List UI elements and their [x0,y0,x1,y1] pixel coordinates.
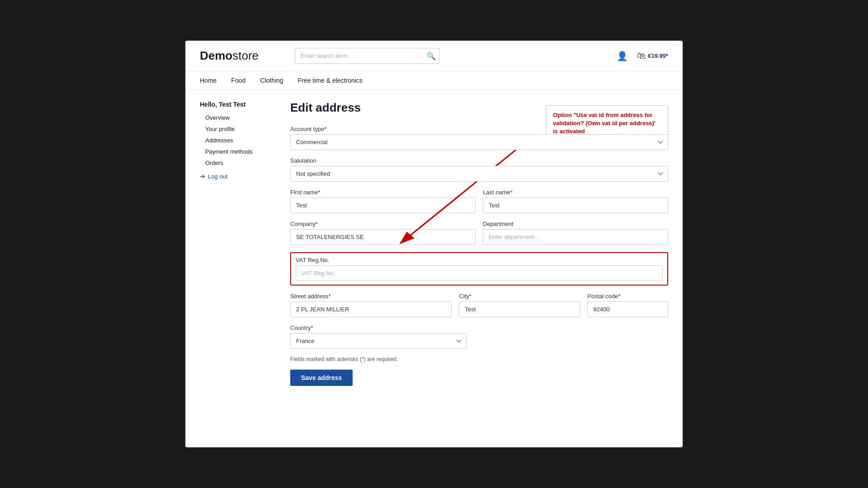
nav-item-clothing[interactable]: Clothing [260,77,283,84]
postal-input[interactable] [587,301,668,317]
vat-input[interactable] [296,265,663,281]
first-name-group: First name* [290,189,476,213]
logout-label: Log out [208,173,227,180]
department-label: Department [483,221,668,227]
country-select[interactable]: France Germany Spain Italy [290,333,467,349]
account-icon[interactable]: 👤 [617,51,628,61]
vat-label: VAT Reg.No. [296,257,663,263]
street-group: Street address* [290,293,452,317]
cart-price: €19.99* [648,52,668,59]
account-type-select-wrapper: Commercial Private [290,134,668,150]
country-select-wrapper: France Germany Spain Italy [290,333,467,349]
search-button[interactable]: 🔍 [427,52,436,60]
nav-item-food[interactable]: Food [231,77,245,84]
sidebar-link-addresses[interactable]: Addresses [200,136,272,145]
sidebar: Hello, Test Test Overview Your profile A… [200,101,272,386]
browser-chrome: Demostore 🔍 👤 🛍 €19.99* Home Food Clothi… [185,41,683,447]
company-input[interactable] [290,229,476,245]
vat-field-wrapper: VAT Reg.No. [290,252,668,286]
name-row: First name* Last name* [290,189,668,221]
sidebar-link-overview[interactable]: Overview [200,113,272,122]
first-name-label: First name* [290,189,476,196]
last-name-group: Last name* [483,189,668,213]
nav-item-electronics[interactable]: Free time & electronics [298,77,363,84]
sidebar-item-overview[interactable]: Overview [200,113,272,122]
cart-button[interactable]: 🛍 €19.99* [637,51,668,61]
sidebar-link-profile[interactable]: Your profile [200,125,272,133]
department-input[interactable] [483,229,668,245]
street-input[interactable] [290,301,452,317]
city-input[interactable] [459,301,580,317]
sidebar-item-payment[interactable]: Payment methods [200,147,272,156]
company-label: Company* [290,221,476,227]
department-group: Department [483,221,668,245]
first-name-input[interactable] [290,197,476,213]
postal-label: Postal code* [587,293,668,300]
logout-button[interactable]: ➔ Log out [200,173,272,180]
logo-bold: Demo [200,49,232,62]
sidebar-link-orders[interactable]: Orders [200,159,272,167]
city-label: City* [459,293,580,300]
salutation-label: Salutation [290,157,668,164]
street-label: Street address* [290,293,452,300]
search-input[interactable] [295,48,439,64]
callout-text: Option "Use vat id from address for vali… [553,112,656,135]
salutation-select[interactable]: Not specified Mr. Ms. Dr. [290,166,668,182]
salutation-select-wrapper: Not specified Mr. Ms. Dr. [290,166,668,182]
page-content: Hello, Test Test Overview Your profile A… [185,90,683,397]
edit-address-form: Option "Use vat id from address for vali… [290,101,668,386]
last-name-input[interactable] [483,197,668,213]
company-row: Company* Department [290,221,668,252]
sidebar-greeting: Hello, Test Test [200,101,272,108]
sidebar-link-payment[interactable]: Payment methods [200,147,272,156]
page-wrapper: Demostore 🔍 👤 🛍 €19.99* Home Food Clothi… [0,0,868,488]
cart-icon: 🛍 [637,51,646,61]
last-name-label: Last name* [483,189,668,196]
country-group: Country* France Germany Spain Italy [290,324,467,349]
search-bar: 🔍 [295,48,439,64]
fields-note: Fields marked with asterisks (*) are req… [290,356,668,362]
header-right: 👤 🛍 €19.99* [617,51,668,61]
postal-group: Postal code* [587,293,668,317]
salutation-group: Salutation Not specified Mr. Ms. Dr. [290,157,668,182]
country-label: Country* [290,324,467,331]
address-row: Street address* City* Postal code* [290,293,668,324]
sidebar-item-profile[interactable]: Your profile [200,125,272,133]
sidebar-item-orders[interactable]: Orders [200,159,272,167]
company-group: Company* [290,221,476,245]
logout-icon: ➔ [200,173,205,180]
main-nav: Home Food Clothing Free time & electroni… [185,71,683,90]
account-type-select[interactable]: Commercial Private [290,134,668,150]
city-group: City* [459,293,580,317]
site-header: Demostore 🔍 👤 🛍 €19.99* [185,41,683,71]
sidebar-item-addresses[interactable]: Addresses [200,136,272,145]
logo-light: store [232,49,259,62]
nav-item-home[interactable]: Home [200,77,217,84]
sidebar-menu: Overview Your profile Addresses Payment … [200,113,272,167]
save-address-button[interactable]: Save address [290,370,353,386]
logo[interactable]: Demostore [200,49,259,63]
